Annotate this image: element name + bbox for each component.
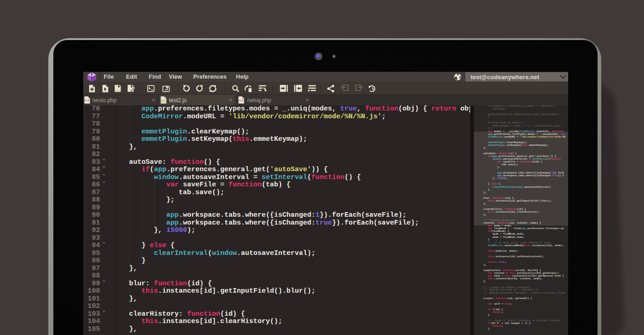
svg-text:{ɪ}: {ɪ} (161, 98, 165, 103)
svg-text:<?: <? (85, 98, 89, 103)
svg-text:<?: <? (239, 98, 244, 103)
